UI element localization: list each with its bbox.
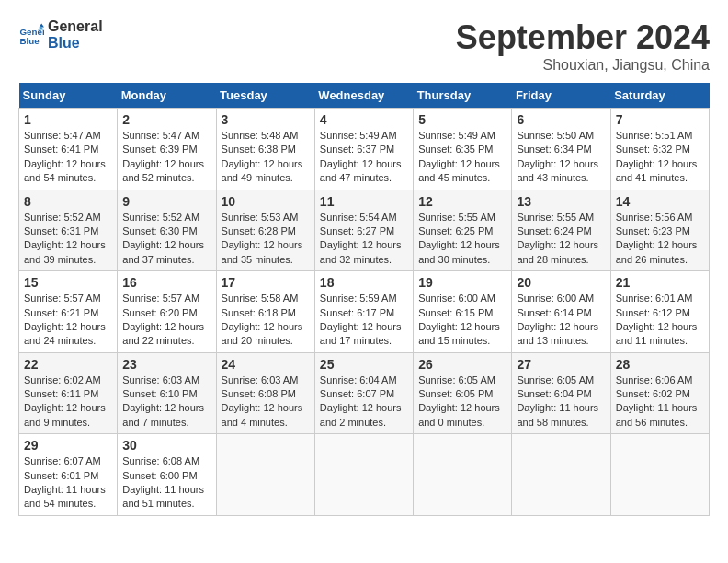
week-row-1: 1Sunrise: 5:47 AMSunset: 6:41 PMDaylight… bbox=[19, 109, 710, 190]
week-row-5: 29Sunrise: 6:07 AMSunset: 6:01 PMDayligh… bbox=[19, 434, 710, 516]
day-header-monday: Monday bbox=[118, 83, 216, 109]
table-row: 26Sunrise: 6:05 AMSunset: 6:05 PMDayligh… bbox=[414, 352, 512, 434]
table-row bbox=[610, 434, 709, 516]
table-row: 14Sunrise: 5:56 AMSunset: 6:23 PMDayligh… bbox=[610, 190, 709, 271]
table-row: 16Sunrise: 5:57 AMSunset: 6:20 PMDayligh… bbox=[118, 271, 216, 353]
week-row-4: 22Sunrise: 6:02 AMSunset: 6:11 PMDayligh… bbox=[19, 352, 710, 434]
header-row: SundayMondayTuesdayWednesdayThursdayFrid… bbox=[19, 83, 710, 109]
month-title: September 2024 bbox=[456, 18, 710, 57]
location-title: Shouxian, Jiangsu, China bbox=[456, 57, 710, 74]
day-header-friday: Friday bbox=[512, 83, 610, 109]
table-row: 28Sunrise: 6:06 AMSunset: 6:02 PMDayligh… bbox=[610, 352, 709, 434]
table-row: 13Sunrise: 5:55 AMSunset: 6:24 PMDayligh… bbox=[512, 190, 610, 271]
table-row: 24Sunrise: 6:03 AMSunset: 6:08 PMDayligh… bbox=[216, 352, 314, 434]
table-row: 20Sunrise: 6:00 AMSunset: 6:14 PMDayligh… bbox=[512, 271, 610, 353]
logo-icon: General Blue bbox=[18, 22, 44, 48]
table-row: 4Sunrise: 5:49 AMSunset: 6:37 PMDaylight… bbox=[314, 109, 413, 190]
calendar-table: SundayMondayTuesdayWednesdayThursdayFrid… bbox=[18, 83, 710, 516]
table-row: 1Sunrise: 5:47 AMSunset: 6:41 PMDaylight… bbox=[19, 109, 118, 190]
logo-general: General bbox=[48, 18, 103, 35]
table-row: 11Sunrise: 5:54 AMSunset: 6:27 PMDayligh… bbox=[314, 190, 413, 271]
table-row: 21Sunrise: 6:01 AMSunset: 6:12 PMDayligh… bbox=[610, 271, 709, 353]
table-row bbox=[314, 434, 413, 516]
day-header-wednesday: Wednesday bbox=[314, 83, 413, 109]
table-row bbox=[414, 434, 512, 516]
table-row: 18Sunrise: 5:59 AMSunset: 6:17 PMDayligh… bbox=[314, 271, 413, 353]
table-row: 10Sunrise: 5:53 AMSunset: 6:28 PMDayligh… bbox=[216, 190, 314, 271]
table-row bbox=[216, 434, 314, 516]
table-row: 15Sunrise: 5:57 AMSunset: 6:21 PMDayligh… bbox=[19, 271, 118, 353]
table-row: 6Sunrise: 5:50 AMSunset: 6:34 PMDaylight… bbox=[512, 109, 610, 190]
page-header: General Blue General Blue September 2024… bbox=[18, 18, 710, 74]
table-row: 9Sunrise: 5:52 AMSunset: 6:30 PMDaylight… bbox=[118, 190, 216, 271]
day-header-tuesday: Tuesday bbox=[216, 83, 314, 109]
day-header-sunday: Sunday bbox=[19, 83, 118, 109]
logo: General Blue General Blue bbox=[18, 18, 103, 51]
table-row: 30Sunrise: 6:08 AMSunset: 6:00 PMDayligh… bbox=[118, 434, 216, 516]
svg-text:Blue: Blue bbox=[19, 35, 40, 45]
week-row-3: 15Sunrise: 5:57 AMSunset: 6:21 PMDayligh… bbox=[19, 271, 710, 353]
table-row: 25Sunrise: 6:04 AMSunset: 6:07 PMDayligh… bbox=[314, 352, 413, 434]
table-row: 19Sunrise: 6:00 AMSunset: 6:15 PMDayligh… bbox=[414, 271, 512, 353]
day-header-saturday: Saturday bbox=[610, 83, 709, 109]
week-row-2: 8Sunrise: 5:52 AMSunset: 6:31 PMDaylight… bbox=[19, 190, 710, 271]
table-row: 2Sunrise: 5:47 AMSunset: 6:39 PMDaylight… bbox=[118, 109, 216, 190]
table-row bbox=[512, 434, 610, 516]
day-header-thursday: Thursday bbox=[414, 83, 512, 109]
table-row: 29Sunrise: 6:07 AMSunset: 6:01 PMDayligh… bbox=[19, 434, 118, 516]
table-row: 17Sunrise: 5:58 AMSunset: 6:18 PMDayligh… bbox=[216, 271, 314, 353]
table-row: 27Sunrise: 6:05 AMSunset: 6:04 PMDayligh… bbox=[512, 352, 610, 434]
table-row: 12Sunrise: 5:55 AMSunset: 6:25 PMDayligh… bbox=[414, 190, 512, 271]
table-row: 3Sunrise: 5:48 AMSunset: 6:38 PMDaylight… bbox=[216, 109, 314, 190]
table-row: 5Sunrise: 5:49 AMSunset: 6:35 PMDaylight… bbox=[414, 109, 512, 190]
logo-blue: Blue bbox=[48, 35, 103, 52]
svg-marker-2 bbox=[39, 23, 44, 27]
title-section: September 2024 Shouxian, Jiangsu, China bbox=[456, 18, 710, 74]
table-row: 22Sunrise: 6:02 AMSunset: 6:11 PMDayligh… bbox=[19, 352, 118, 434]
table-row: 8Sunrise: 5:52 AMSunset: 6:31 PMDaylight… bbox=[19, 190, 118, 271]
table-row: 23Sunrise: 6:03 AMSunset: 6:10 PMDayligh… bbox=[118, 352, 216, 434]
table-row: 7Sunrise: 5:51 AMSunset: 6:32 PMDaylight… bbox=[610, 109, 709, 190]
